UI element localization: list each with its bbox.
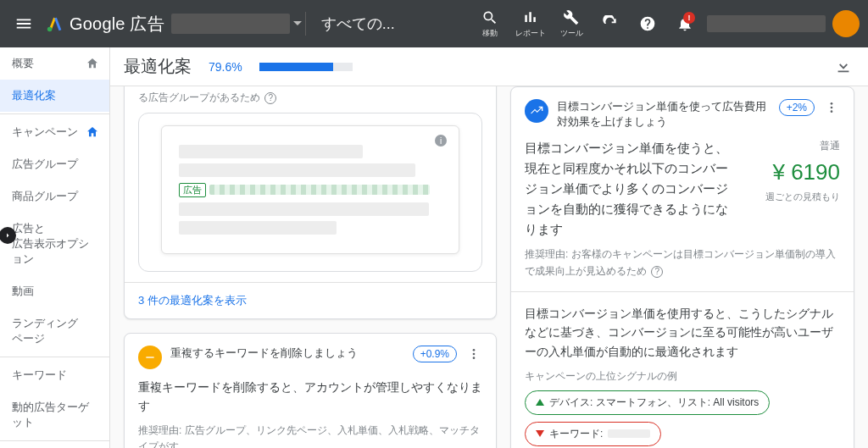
nav-audiences[interactable]: オーディエンス (0, 443, 109, 448)
trend-icon (525, 99, 548, 123)
nav-productgroups[interactable]: 商品グループ (0, 180, 109, 213)
more-icon[interactable] (823, 99, 840, 116)
google-ads-logo: Google 広告 (46, 13, 164, 36)
product-name: Google 広告 (70, 13, 164, 36)
arrow-up-icon (536, 399, 544, 406)
estimate-label: 普通 (747, 138, 840, 154)
reports-icon[interactable]: レポート (514, 9, 548, 39)
account-id (707, 15, 826, 32)
signals-label: キャンペーンの上位シグナルの例 (525, 369, 840, 384)
page-header: 最適化案 79.6% (110, 47, 868, 86)
info-icon[interactable]: i (435, 135, 447, 147)
ad-preview: i 広告 (138, 113, 482, 272)
scope-label[interactable]: すべての... (321, 14, 395, 34)
show-recommendations-link[interactable]: 3 件の最適化案を表示 (125, 282, 496, 318)
nav-dsa[interactable]: 動的広告ターゲット (0, 391, 109, 439)
nav-videos[interactable]: 動画 (0, 275, 109, 307)
home-icon (86, 57, 99, 70)
card-ad-preview: る広告グループがあるため ? i 広告 (124, 86, 497, 319)
account-selector[interactable] (171, 14, 290, 34)
help-icon[interactable]: ? (264, 92, 276, 104)
expand-nav-icon[interactable] (0, 227, 16, 244)
nav-campaigns[interactable]: キャンペーン (0, 116, 109, 148)
svg-point-2 (473, 353, 476, 356)
svg-point-4 (831, 102, 833, 105)
svg-point-1 (473, 349, 476, 351)
avatar[interactable] (832, 10, 860, 37)
home-icon (86, 125, 99, 139)
svg-point-6 (831, 110, 833, 113)
nav-recommendations[interactable]: 最適化案 (0, 80, 109, 112)
google-ads-icon (46, 14, 64, 33)
page-title: 最適化案 (124, 55, 192, 78)
minus-icon (138, 346, 162, 369)
card-title: 重複するキーワードを削除しましょう (170, 346, 404, 361)
signal-chip-up: デバイス: スマートフォン、リスト: All visitors (525, 390, 770, 415)
download-icon[interactable] (834, 57, 854, 77)
refresh-icon[interactable] (595, 8, 626, 39)
card-body: 重複キーワードを削除すると、アカウントが管理しやすくなります (138, 378, 482, 416)
reason-text: る広告グループがあるため ? (138, 90, 482, 106)
nav-adgroups[interactable]: 広告グループ (0, 148, 109, 180)
help-icon[interactable]: ? (651, 266, 663, 278)
hamburger-menu-icon[interactable] (8, 8, 39, 39)
score-uplift-badge[interactable]: +2% (779, 99, 815, 116)
tools-icon[interactable]: ツール (554, 9, 588, 39)
estimate-note: 週ごとの見積もり (747, 190, 840, 205)
card-duplicate-keywords: 重複するキーワードを削除しましょう +0.9% 重複キーワードを削除すると、アカ… (124, 333, 497, 448)
svg-point-0 (47, 27, 53, 31)
svg-point-3 (473, 357, 476, 359)
arrow-down-icon (536, 430, 544, 437)
notification-badge: ! (683, 12, 695, 24)
estimate-value: ¥ 6190 (747, 155, 840, 191)
nav-ads-extensions[interactable]: 広告と 広告表示オプション (0, 213, 109, 275)
notifications-icon[interactable]: ! (670, 8, 700, 39)
signal-chip-down: キーワード: (525, 422, 661, 446)
signal-chips: デバイス: スマートフォン、リスト: All visitors キーワード: デ… (525, 390, 840, 448)
score-uplift-badge[interactable]: +0.9% (413, 346, 457, 362)
card-target-cpa: 目標コンバージョン単価を使って広告費用対効果を上げましょう +2% 目標コンバー… (510, 86, 854, 448)
nav-landing-pages[interactable]: ランディング ページ (0, 307, 109, 355)
card-explain: 目標コンバージョン単価を使用すると、こうしたシグナルなどに基づき、コンバージョン… (525, 304, 840, 361)
divider (305, 12, 306, 36)
help-icon[interactable] (632, 8, 663, 39)
reason-text: 推奨理由: お客様のキャンペーンは目標コンバージョン単価制の導入で成果向上が見込… (525, 246, 840, 279)
ad-badge: 広告 (179, 183, 206, 197)
nav-keywords[interactable]: キーワード (0, 359, 109, 391)
reason-text: 推奨理由: 広告グループ、リンク先ページ、入札単価、入札戦略、マッチタイプがす (138, 423, 482, 448)
nav-overview[interactable]: 概要 (0, 47, 109, 80)
card-description: 目標コンバージョン単価を使うと、現在と同程度かそれ以下のコンバージョン単価でより… (525, 138, 735, 240)
main-area: 最適化案 79.6% る広告グループがあるため ? i (110, 47, 868, 448)
search-icon[interactable]: 移動 (473, 9, 507, 39)
optimization-score: 79.6% (209, 60, 242, 74)
top-app-bar: Google 広告 すべての... 移動 レポート ツール ! (0, 0, 868, 47)
card-title: 目標コンバージョン単価を使って広告費用対効果を上げましょう (557, 99, 771, 130)
svg-point-5 (831, 107, 833, 109)
left-nav: 概要 最適化案 キャンペーン 広告グループ 商品グループ 広告と 広告表示オプシ… (0, 47, 110, 448)
more-icon[interactable] (465, 346, 482, 362)
score-progress (259, 63, 353, 71)
